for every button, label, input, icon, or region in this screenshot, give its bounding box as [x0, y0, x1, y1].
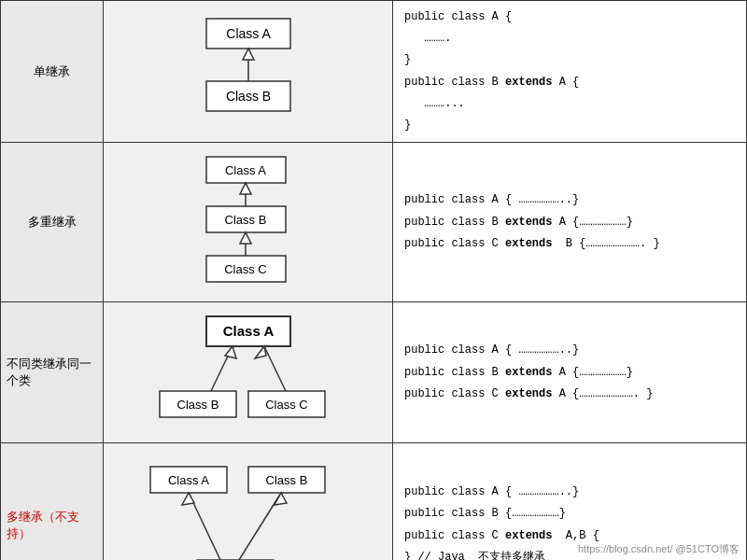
diagram-different: Class A Class B Class C — [104, 302, 393, 442]
svg-line-14 — [264, 346, 286, 391]
code-different: public class A { ………………..} public class … — [393, 302, 746, 442]
mi-code-1: public class A { ………………..} — [404, 483, 735, 501]
svg-marker-23 — [275, 493, 287, 505]
label-multiple: 多继承（不支持） — [1, 443, 104, 560]
label-text-3: 不同类继承同一个类 — [7, 356, 97, 389]
svg-line-22 — [239, 493, 281, 560]
code-line-5: ………... — [404, 95, 735, 113]
watermark: https://blog.csdn.net/ @51CTO博客 — [578, 542, 740, 556]
mi-code-2: public class B {…………………} — [404, 505, 735, 523]
class-a-label: Class A — [226, 26, 271, 41]
diagram-multiple: Class A Class B Class C — [104, 443, 393, 560]
label-text-4: 多继承（不支持） — [7, 509, 97, 542]
code-line-3: } — [404, 51, 735, 69]
ml-code-3: public class C extends B {……………………. } — [404, 235, 735, 253]
watermark-text: https://blog.csdn.net/ @51CTO博客 — [578, 543, 740, 554]
ml-class-a: Class A — [224, 163, 265, 177]
label-multilevel: 多重继承 — [1, 143, 104, 301]
row-different-classes: 不同类继承同一个类 Class A Class B — [1, 302, 746, 443]
diagram-multilevel: Class A Class B Class C — [104, 143, 393, 301]
dc-class-a: Class A — [222, 323, 274, 339]
class-b-label: Class B — [225, 89, 270, 104]
svg-marker-13 — [225, 346, 236, 358]
svg-marker-2 — [243, 49, 254, 60]
label-single: 单继承 — [1, 1, 104, 142]
code-line-2: ………. — [404, 30, 735, 48]
ml-class-c: Class C — [224, 262, 267, 276]
label-text: 单继承 — [34, 63, 70, 80]
dc-class-b: Class B — [176, 398, 218, 412]
code-line-6: } — [404, 117, 735, 134]
dc-code-2: public class B extends A {…………………} — [404, 364, 735, 382]
code-multilevel: public class A { ………………..} public class … — [393, 143, 746, 301]
diagram-svg-different: Class A Class B Class C — [146, 312, 351, 433]
ml-code-1: public class A { ………………..} — [404, 191, 735, 209]
svg-marker-9 — [240, 232, 251, 244]
mi-class-b: Class B — [265, 473, 307, 487]
diagram-svg-multiple: Class A Class B Class C — [141, 453, 356, 560]
code-line-1: public class A { — [404, 8, 735, 26]
dc-code-1: public class A { ………………..} — [404, 342, 735, 359]
label-text-2: 多重继承 — [28, 214, 77, 231]
dc-class-c: Class C — [265, 398, 308, 412]
code-single: public class A { ………. } public class B e… — [393, 1, 746, 142]
svg-marker-21 — [182, 493, 194, 505]
svg-marker-6 — [240, 183, 251, 194]
dc-code-3: public class C extends A {……………………. } — [404, 385, 735, 403]
diagram-single: Class A Class B — [104, 1, 393, 142]
svg-marker-15 — [255, 346, 266, 358]
code-line-4: public class B extends A { — [404, 74, 735, 91]
ml-class-b: Class B — [224, 213, 266, 227]
diagram-svg-multilevel: Class A Class B Class C — [174, 152, 323, 292]
label-different: 不同类继承同一个类 — [1, 302, 104, 442]
row-single-inheritance: 单继承 Class A Class B public class A { … — [1, 1, 746, 143]
mi-class-a: Class A — [167, 473, 208, 487]
diagram-svg-single: Class A Class B — [183, 11, 314, 133]
row-multi-level: 多重继承 Class A Class B — [1, 143, 746, 302]
ml-code-2: public class B extends A {…………………} — [404, 214, 735, 231]
